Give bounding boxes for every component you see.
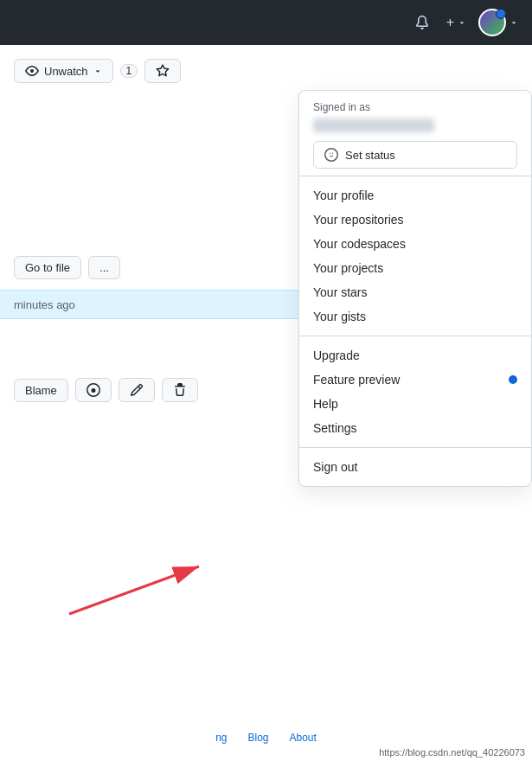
- more-button[interactable]: ...: [88, 256, 120, 279]
- notifications-button[interactable]: [410, 12, 434, 33]
- set-status-label: Set status: [345, 149, 395, 162]
- footer-link-ng[interactable]: ng: [215, 732, 227, 744]
- plus-label: +: [446, 15, 454, 30]
- pencil-icon: [130, 383, 144, 397]
- trash-icon: [173, 383, 187, 397]
- menu-item-your-projects[interactable]: Your projects: [299, 256, 531, 280]
- username-blurred: [313, 118, 434, 132]
- user-menu-button[interactable]: [478, 9, 518, 36]
- watermark: https://blog.csdn.net/qq_40226073: [379, 747, 525, 758]
- settings-arrow: [52, 553, 225, 623]
- menu-item-your-codespaces[interactable]: Your codespaces: [299, 232, 531, 256]
- menu-item-your-stars[interactable]: Your stars: [299, 280, 531, 304]
- bell-icon: [415, 16, 429, 29]
- star-button[interactable]: [144, 59, 181, 83]
- more-label: ...: [99, 261, 109, 274]
- footer-link-about[interactable]: About: [290, 732, 317, 744]
- desktop-icon-button[interactable]: [75, 378, 112, 402]
- svg-line-1: [69, 566, 199, 614]
- star-icon: [156, 64, 170, 78]
- goto-file-button[interactable]: Go to file: [14, 256, 81, 279]
- footer-link-blog[interactable]: Blog: [247, 732, 268, 744]
- edit-icon-button[interactable]: [119, 378, 155, 402]
- dropdown-section-profile: Your profile Your repositories Your code…: [299, 176, 531, 336]
- header: +: [0, 0, 532, 45]
- footer-links: ng Blog About: [0, 732, 532, 744]
- menu-item-your-repos[interactable]: Your repositories: [299, 208, 531, 232]
- blame-button[interactable]: Blame: [14, 379, 68, 402]
- chevron-down-icon-unwatch: [93, 67, 102, 75]
- watch-toolbar: Unwatch 1: [0, 45, 532, 83]
- menu-item-feature-preview[interactable]: Feature preview: [299, 368, 531, 392]
- page-content: Unwatch 1 Go to file ... minutes ago His…: [0, 45, 532, 761]
- goto-file-label: Go to file: [25, 261, 70, 274]
- dropdown-section-signout: Sign out: [299, 448, 531, 486]
- chevron-down-icon-avatar: [510, 18, 518, 27]
- menu-item-your-gists[interactable]: Your gists: [299, 304, 531, 329]
- desktop-icon: [87, 383, 100, 397]
- new-button[interactable]: +: [441, 11, 471, 34]
- minutes-ago-text: minutes ago: [14, 298, 75, 311]
- user-dropdown: Signed in as Set status Your profile You…: [298, 90, 532, 487]
- blame-label: Blame: [25, 384, 57, 397]
- feature-preview-label: Feature preview: [313, 373, 400, 387]
- dropdown-header: Signed in as Set status: [299, 91, 531, 176]
- unwatch-button[interactable]: Unwatch: [14, 59, 113, 83]
- eye-icon: [25, 64, 39, 78]
- dropdown-section-tools: Upgrade Feature preview Help Settings: [299, 336, 531, 448]
- chevron-down-icon: [458, 18, 466, 27]
- smiley-icon: [324, 148, 338, 162]
- signed-in-label: Signed in as: [313, 101, 517, 113]
- watch-count: 1: [120, 64, 138, 78]
- menu-item-upgrade[interactable]: Upgrade: [299, 343, 531, 368]
- delete-icon-button[interactable]: [162, 378, 198, 402]
- menu-item-settings[interactable]: Settings: [299, 416, 531, 440]
- feature-preview-dot: [509, 375, 517, 384]
- menu-item-your-profile[interactable]: Your profile: [299, 183, 531, 208]
- unwatch-label: Unwatch: [44, 65, 88, 78]
- menu-item-help[interactable]: Help: [299, 392, 531, 416]
- set-status-button[interactable]: Set status: [313, 141, 517, 169]
- menu-item-sign-out[interactable]: Sign out: [299, 455, 531, 479]
- avatar: [478, 9, 506, 36]
